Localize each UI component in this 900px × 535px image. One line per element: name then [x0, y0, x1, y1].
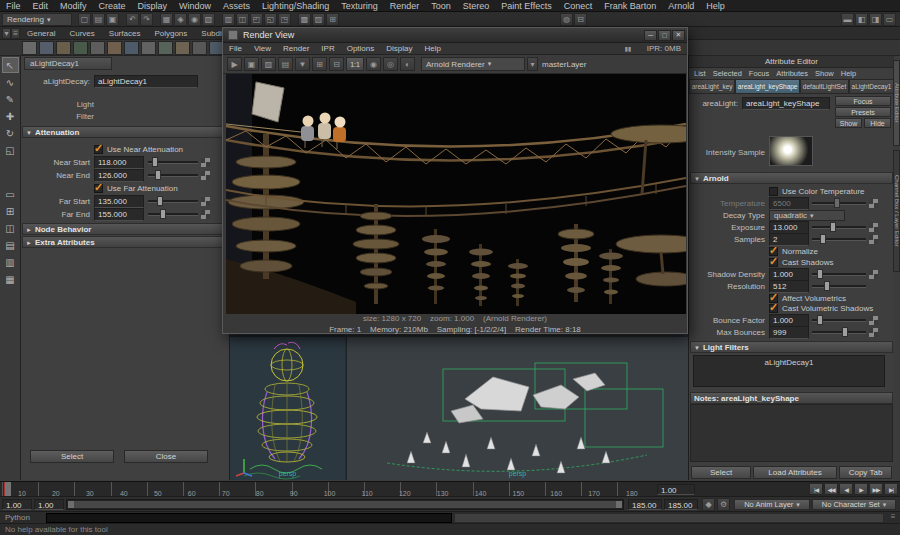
menu-edit[interactable]: Edit [27, 0, 55, 12]
near-end-slider[interactable] [148, 174, 198, 177]
menu-stereo[interactable]: Stereo [457, 0, 496, 12]
open-image-icon[interactable]: ▤ [278, 57, 293, 71]
sidebar-tab-channel-box[interactable]: Channel Box / Layer Editor [893, 150, 900, 272]
temperature-map-button[interactable] [869, 199, 878, 208]
layout-four-pane-icon[interactable]: ⊞ [2, 203, 19, 219]
rotate-tool-icon[interactable]: ↻ [2, 125, 19, 141]
node-name-field[interactable]: areaLight_keyShape [742, 97, 830, 110]
shelf-item[interactable] [107, 41, 122, 55]
near-start-map-button[interactable] [201, 158, 210, 167]
command-input[interactable] [46, 513, 452, 523]
light-filter-item[interactable]: aLightDecay1 [694, 356, 884, 370]
shelf-item[interactable] [175, 41, 190, 55]
layout-persp-outliner-icon[interactable]: ▥ [2, 254, 19, 270]
sculpt-icon[interactable]: ◍ [560, 13, 573, 26]
shelf-item[interactable] [192, 41, 207, 55]
copy-tab-button[interactable]: Copy Tab [839, 466, 892, 479]
current-time-field[interactable]: 1.00 [657, 484, 695, 495]
render-image-area[interactable] [226, 74, 686, 314]
range-slider-handle-right[interactable] [616, 501, 622, 508]
shelf-item[interactable] [158, 41, 173, 55]
menu-modify[interactable]: Modify [54, 0, 93, 12]
range-slider-handle-left[interactable] [68, 501, 74, 508]
ipr-render-icon[interactable]: ▨ [312, 13, 325, 26]
notes-area[interactable] [690, 404, 893, 462]
menu-file[interactable]: File [0, 0, 27, 12]
select-tool-icon[interactable]: ↖ [2, 57, 19, 73]
resolution-slider[interactable] [812, 285, 866, 288]
menu-window[interactable]: Window [173, 0, 217, 12]
layout-two-pane-side-icon[interactable]: ◫ [2, 220, 19, 236]
shelf-tab-polygons[interactable]: Polygons [147, 27, 194, 40]
redo-icon[interactable]: ↷ [140, 13, 153, 26]
shelf-tab-curves[interactable]: Curves [62, 27, 101, 40]
play-forwards-icon[interactable] [854, 483, 868, 495]
max-bounces-slider[interactable] [812, 331, 866, 334]
hotbox-icon[interactable]: ▭ [883, 13, 896, 26]
rv-menu-ipr[interactable]: IPR [315, 43, 340, 55]
save-scene-icon[interactable]: ▣ [106, 13, 119, 26]
viewport-left[interactable]: persp [230, 335, 345, 480]
snap-plane-icon[interactable]: ▧ [202, 13, 215, 26]
tab-defaultlightset[interactable]: defaultLightSet [800, 79, 849, 94]
notes-header[interactable]: Notes: areaLight_keyShape [690, 392, 893, 404]
ae-menu-help[interactable]: Help [838, 68, 859, 80]
measure-icon[interactable]: ⊟ [574, 13, 587, 26]
temperature-slider[interactable] [812, 202, 866, 205]
menu-lighting-shading[interactable]: Lighting/Shading [256, 0, 335, 12]
rv-menu-options[interactable]: Options [341, 43, 381, 55]
exposure-slider[interactable] [812, 226, 866, 229]
extra-attributes-section-header[interactable]: Extra Attributes [22, 236, 229, 248]
bounce-factor-map-button[interactable] [869, 316, 878, 325]
scale-tool-icon[interactable]: ◱ [2, 142, 19, 158]
lasso-tool-icon[interactable]: ∿ [2, 74, 19, 90]
ipr-button-icon[interactable]: ▨ [261, 57, 276, 71]
tab-arealight-keyshape[interactable]: areaLight_keyShape [735, 79, 800, 94]
menu-conect[interactable]: Conect [558, 0, 599, 12]
shelf-menu-arrow-icon[interactable]: ≡ [11, 28, 20, 39]
snap-point-icon[interactable]: ◉ [188, 13, 201, 26]
step-back-icon[interactable] [824, 483, 838, 495]
ae-menu-focus[interactable]: Focus [746, 68, 772, 80]
tab-arealight-key[interactable]: areaLight_key [689, 79, 735, 94]
step-forward-icon[interactable] [869, 483, 883, 495]
shelf-tab-surfaces[interactable]: Surfaces [102, 27, 148, 40]
temperature-field[interactable]: 6500 [769, 197, 809, 210]
keyable-icon[interactable]: ◱ [264, 13, 277, 26]
shelf-item[interactable] [124, 41, 139, 55]
focus-button[interactable]: Focus [835, 96, 891, 106]
near-start-field[interactable]: 118.000 [94, 156, 144, 169]
ae-menu-list[interactable]: List [691, 68, 709, 80]
ae-select-button[interactable]: Select [691, 466, 751, 479]
maximize-icon[interactable]: □ [658, 30, 671, 41]
max-bounces-map-button[interactable] [869, 328, 878, 337]
layout-single-pane-icon[interactable]: ▭ [2, 186, 19, 202]
minimize-icon[interactable]: ─ [644, 30, 657, 41]
shelf-item[interactable] [73, 41, 88, 55]
menu-create[interactable]: Create [93, 0, 132, 12]
shelf-item[interactable] [39, 41, 54, 55]
menu-display[interactable]: Display [132, 0, 174, 12]
far-end-slider[interactable] [148, 213, 198, 216]
near-start-slider[interactable] [148, 161, 198, 164]
move-tool-icon[interactable]: ✚ [2, 108, 19, 124]
select-button[interactable]: Select [30, 450, 114, 463]
remove-image-icon[interactable]: ⊟ [329, 57, 344, 71]
shadow-density-slider[interactable] [812, 273, 866, 276]
far-start-field[interactable]: 135.000 [94, 195, 144, 208]
go-to-end-icon[interactable] [884, 483, 898, 495]
rv-menu-file[interactable]: File [223, 43, 248, 55]
node-behavior-section-header[interactable]: Node Behavior [22, 223, 229, 235]
shelf-item[interactable] [141, 41, 156, 55]
range-slider-bar[interactable] [68, 501, 622, 508]
close-icon[interactable]: ✕ [672, 30, 685, 41]
panel-tab-alightdecay1[interactable]: aLightDecay1 [24, 57, 112, 70]
attenuation-section-header[interactable]: Attenuation [22, 126, 229, 138]
render-current-frame-icon[interactable]: ▩ [298, 13, 311, 26]
symmetry-icon[interactable]: ◳ [278, 13, 291, 26]
playback-start-field[interactable]: 1.00 [34, 499, 64, 510]
show-button[interactable]: Show [835, 118, 862, 128]
snap-curve-icon[interactable]: ◈ [174, 13, 187, 26]
presets-button[interactable]: Presets [835, 107, 891, 117]
menu-paint-effects[interactable]: Paint Effects [495, 0, 557, 12]
